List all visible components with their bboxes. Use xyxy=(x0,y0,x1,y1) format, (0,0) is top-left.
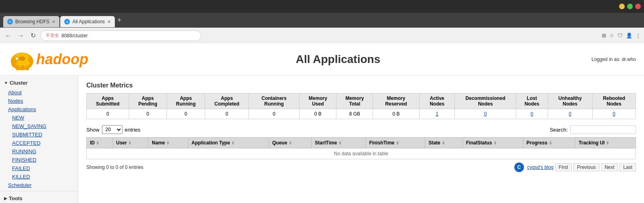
sort-icon-name: ⇕ xyxy=(166,141,169,145)
metrics-val-active-nodes: 1 xyxy=(419,109,455,119)
col-tracking-ui[interactable]: Tracking UI ⇕ xyxy=(575,138,636,148)
sidebar-item-scheduler[interactable]: Scheduler xyxy=(0,181,78,189)
tab-favicon-apps: A xyxy=(64,19,70,24)
minimize-button[interactable] xyxy=(619,4,625,9)
col-final-status[interactable]: FinalStatus ⇕ xyxy=(463,138,523,148)
tools-arrow-icon: ▶ xyxy=(4,196,7,201)
sidebar-item-killed[interactable]: KILLED xyxy=(4,173,78,181)
unhealthy-nodes-link[interactable]: 0 xyxy=(569,111,572,117)
entries-label: entries xyxy=(125,127,141,133)
sidebar-item-running[interactable]: RUNNING xyxy=(4,147,78,156)
col-progress[interactable]: Progress ⇕ xyxy=(523,138,575,148)
svg-rect-6 xyxy=(16,65,19,70)
page-title: All Applications xyxy=(88,53,588,66)
col-state[interactable]: State ⇕ xyxy=(425,138,463,148)
cluster-section-header[interactable]: ▼ Cluster xyxy=(0,77,78,88)
sidebar-item-new-saving[interactable]: NEW_SAVING xyxy=(4,122,78,130)
pagination: Showing 0 to 0 of 0 entries C cyqsd's bl… xyxy=(86,162,636,172)
tools-section-header[interactable]: ▶ Tools xyxy=(0,193,78,203)
new-tab-button[interactable]: + xyxy=(117,16,122,24)
menu-icon[interactable]: ⋮ xyxy=(636,32,641,39)
main-layout: ▼ Cluster About Nodes Applications NEW N… xyxy=(0,76,644,203)
metrics-col-apps-running: Apps Running xyxy=(167,93,205,109)
extension-icon: 🛡 xyxy=(618,32,623,39)
metrics-col-lost-nodes: Lost Nodes xyxy=(516,93,548,109)
rebooted-nodes-link[interactable]: 0 xyxy=(613,111,615,117)
search-input[interactable] xyxy=(570,125,636,134)
metrics-val-apps-pending: 0 xyxy=(129,109,167,119)
maximize-button[interactable] xyxy=(627,4,633,9)
first-button[interactable]: First xyxy=(555,163,572,171)
metrics-val-memory-total: 8 GB xyxy=(336,109,373,119)
sidebar-item-applications[interactable]: Applications xyxy=(0,105,78,114)
tab-close-apps[interactable]: ✕ xyxy=(107,19,111,24)
profile-icon[interactable]: 👤 xyxy=(626,32,632,39)
table-controls: Show 10 20 50 100 entries Search: xyxy=(86,125,636,134)
close-button[interactable] xyxy=(635,4,641,9)
col-finish-time[interactable]: FinishTime ⇕ xyxy=(366,138,425,148)
address-input-box[interactable]: 不安全 8088/cluster xyxy=(41,30,201,41)
sort-icon-id: ⇕ xyxy=(96,141,99,145)
metrics-val-unhealthy-nodes: 0 xyxy=(548,109,592,119)
tab-browsing-hdfs[interactable]: H Browsing HDFS ✕ xyxy=(3,16,59,27)
metrics-col-decommissioned-nodes: Decommissioned Nodes xyxy=(455,93,516,109)
refresh-button[interactable]: ↻ xyxy=(29,31,37,40)
sidebar-item-submitted[interactable]: SUBMITTED xyxy=(4,130,78,139)
tools-section: ▶ Tools xyxy=(0,191,78,203)
entries-select[interactable]: 10 20 50 100 xyxy=(102,125,122,134)
page-header: hadoop All Applications Logged in as: dr… xyxy=(0,43,644,76)
cluster-arrow-icon: ▼ xyxy=(4,81,8,85)
sidebar-item-nodes[interactable]: Nodes xyxy=(0,97,78,105)
active-nodes-link[interactable]: 1 xyxy=(436,111,438,117)
bookmark-icon[interactable]: ☆ xyxy=(609,32,614,39)
applications-table: ID ⇕ User ⇕ Name ⇕ Application Type ⇕ Qu… xyxy=(86,137,636,159)
showing-info: Showing 0 to 0 of 0 entries xyxy=(86,164,143,170)
last-button[interactable]: Last xyxy=(620,163,636,171)
metrics-val-lost-nodes: 0 xyxy=(516,109,548,119)
cluster-label: Cluster xyxy=(10,80,28,86)
col-app-type[interactable]: Application Type ⇕ xyxy=(188,138,269,148)
metrics-val-apps-running: 0 xyxy=(167,109,205,119)
sort-icon-start-time: ⇕ xyxy=(338,141,342,145)
browser-toolbar: ⊞ ☆ 🛡 👤 ⋮ xyxy=(602,32,641,39)
col-start-time[interactable]: StartTime ⇕ xyxy=(312,138,366,148)
tab-all-applications[interactable]: A All Applications ✕ xyxy=(60,16,115,27)
sort-icon-state: ⇕ xyxy=(442,141,445,145)
hadoop-elephant-icon xyxy=(8,47,36,71)
sidebar-item-about[interactable]: About xyxy=(0,88,78,97)
hadoop-logo: hadoop xyxy=(8,47,88,71)
metrics-val-rebooted-nodes: 0 xyxy=(592,109,636,119)
metrics-val-apps-completed: 0 xyxy=(205,109,249,119)
decommissioned-nodes-link[interactable]: 0 xyxy=(484,111,487,117)
window-controls xyxy=(619,4,641,9)
metrics-col-containers-running: Containers Running xyxy=(249,93,300,109)
sidebar-item-new[interactable]: NEW xyxy=(4,114,78,122)
svg-rect-8 xyxy=(26,65,29,70)
previous-button[interactable]: Previous xyxy=(573,163,599,171)
pagination-buttons: C cyqsd's blog First Previous Next Last xyxy=(514,162,636,172)
translate-icon: ⊞ xyxy=(602,32,606,39)
tab-close-hdfs[interactable]: ✕ xyxy=(52,19,55,24)
back-button[interactable]: ← xyxy=(3,31,13,40)
sidebar-item-accepted[interactable]: ACCEPTED xyxy=(4,139,78,147)
forward-button[interactable]: → xyxy=(16,31,26,40)
sidebar-app-sub: NEW NEW_SAVING SUBMITTED ACCEPTED RUNNIN… xyxy=(0,114,78,181)
security-warning: 不安全 xyxy=(46,32,59,39)
col-id[interactable]: ID ⇕ xyxy=(87,138,113,148)
lost-nodes-link[interactable]: 0 xyxy=(530,111,533,117)
sidebar-item-failed[interactable]: FAILED xyxy=(4,164,78,173)
tools-label: Tools xyxy=(9,195,22,201)
no-data-row: No data available in table xyxy=(87,148,636,159)
sidebar-item-finished[interactable]: FINISHED xyxy=(4,156,78,164)
metrics-col-memory-total: Memory Total xyxy=(336,93,373,109)
next-button[interactable]: Next xyxy=(601,163,618,171)
sort-icon-finish-time: ⇕ xyxy=(396,141,399,145)
metrics-row: 0 0 0 0 0 0 B 8 GB 0 B 1 0 0 0 0 xyxy=(87,109,636,119)
cyqsd-blog-link[interactable]: cyqsd's blog xyxy=(527,164,554,170)
address-text: 8088/cluster xyxy=(61,33,88,39)
search-box: Search: xyxy=(550,125,636,134)
sort-icon-final-status: ⇕ xyxy=(493,141,497,145)
col-queue[interactable]: Queue ⇕ xyxy=(269,138,311,148)
col-name[interactable]: Name ⇕ xyxy=(149,138,188,148)
col-user[interactable]: User ⇕ xyxy=(113,138,149,148)
